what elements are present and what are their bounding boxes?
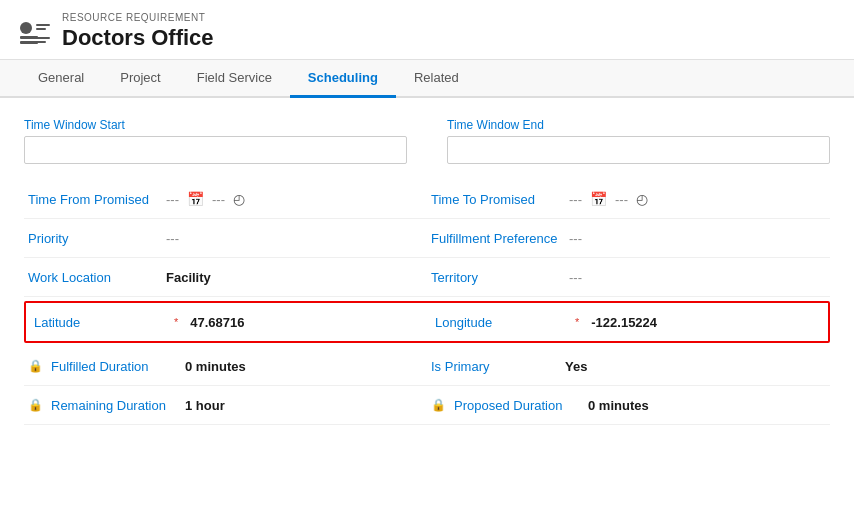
- resource-label: RESOURCE REQUIREMENT: [62, 12, 214, 23]
- priority-row: Priority --- Fulfillment Preference ---: [24, 219, 830, 258]
- svg-rect-4: [36, 28, 46, 30]
- remaining-duration-value: 1 hour: [185, 398, 225, 413]
- time-from-cell: Time From Promised --- 📅 --- ◴: [24, 180, 427, 218]
- priority-label: Priority: [28, 231, 158, 246]
- remaining-lock-icon: 🔒: [28, 398, 43, 412]
- time-window-start-group: Time Window Start: [24, 118, 407, 164]
- time-window-end-group: Time Window End: [447, 118, 830, 164]
- fulfilled-duration-cell: 🔒 Fulfilled Duration 0 minutes: [24, 347, 427, 385]
- territory-cell: Territory ---: [427, 258, 830, 296]
- tab-general[interactable]: General: [20, 60, 102, 98]
- resource-icon: [20, 18, 52, 46]
- proposed-lock-icon: 🔒: [431, 398, 446, 412]
- tab-project[interactable]: Project: [102, 60, 178, 98]
- lat-lng-row: Latitude * 47.68716 Longitude * -122.152…: [24, 301, 830, 343]
- fulfilled-lock-icon: 🔒: [28, 359, 43, 373]
- svg-rect-6: [36, 41, 46, 43]
- work-location-label: Work Location: [28, 270, 158, 285]
- longitude-label: Longitude: [435, 315, 565, 330]
- work-location-cell: Work Location Facility: [24, 258, 427, 296]
- time-to-clock-icon[interactable]: ◴: [636, 191, 648, 207]
- page-title: Doctors Office: [62, 25, 214, 51]
- fulfillment-value: ---: [569, 231, 582, 246]
- longitude-cell: Longitude * -122.15224: [427, 303, 828, 341]
- svg-rect-3: [36, 24, 50, 26]
- svg-rect-1: [20, 36, 38, 39]
- remaining-row: 🔒 Remaining Duration 1 hour 🔒 Proposed D…: [24, 386, 830, 425]
- tab-field-service[interactable]: Field Service: [179, 60, 290, 98]
- is-primary-value: Yes: [565, 359, 587, 374]
- svg-rect-0: [20, 22, 32, 34]
- priority-value: ---: [166, 231, 179, 246]
- time-window-start-input[interactable]: [24, 136, 407, 164]
- remaining-duration-cell: 🔒 Remaining Duration 1 hour: [24, 386, 427, 424]
- time-window-end-label: Time Window End: [447, 118, 830, 132]
- latitude-cell: Latitude * 47.68716: [26, 303, 427, 341]
- tab-related[interactable]: Related: [396, 60, 477, 98]
- work-location-value: Facility: [166, 270, 211, 285]
- bottom-section: 🔒 Fulfilled Duration 0 minutes Is Primar…: [24, 347, 830, 425]
- territory-label: Territory: [431, 270, 561, 285]
- tab-scheduling[interactable]: Scheduling: [290, 60, 396, 98]
- location-row: Work Location Facility Territory ---: [24, 258, 830, 297]
- time-window-start-label: Time Window Start: [24, 118, 407, 132]
- time-from-label: Time From Promised: [28, 192, 158, 207]
- time-window-end-input[interactable]: [447, 136, 830, 164]
- time-from-calendar-icon[interactable]: 📅: [187, 191, 204, 207]
- proposed-duration-cell: 🔒 Proposed Duration 0 minutes: [427, 386, 830, 424]
- time-window-section: Time Window Start Time Window End: [24, 118, 830, 164]
- proposed-duration-label: Proposed Duration: [454, 398, 584, 413]
- proposed-duration-value: 0 minutes: [588, 398, 649, 413]
- time-from-val1: ---: [166, 192, 179, 207]
- fulfillment-label: Fulfillment Preference: [431, 231, 561, 246]
- fulfilled-duration-value: 0 minutes: [185, 359, 246, 374]
- priority-cell: Priority ---: [24, 219, 427, 257]
- time-promised-row: Time From Promised --- 📅 --- ◴ Time To P…: [24, 180, 830, 219]
- time-to-val2: ---: [615, 192, 628, 207]
- svg-rect-2: [20, 41, 38, 44]
- longitude-value: -122.15224: [591, 315, 657, 330]
- is-primary-label: Is Primary: [431, 359, 561, 374]
- time-to-cell: Time To Promised --- 📅 --- ◴: [427, 180, 830, 218]
- territory-value: ---: [569, 270, 582, 285]
- page-header: RESOURCE REQUIREMENT Doctors Office: [0, 0, 854, 60]
- time-from-clock-icon[interactable]: ◴: [233, 191, 245, 207]
- svg-rect-5: [36, 37, 50, 39]
- longitude-required: *: [575, 316, 579, 328]
- time-from-val2: ---: [212, 192, 225, 207]
- fulfillment-cell: Fulfillment Preference ---: [427, 219, 830, 257]
- latitude-label: Latitude: [34, 315, 164, 330]
- scheduling-form: Time From Promised --- 📅 --- ◴ Time To P…: [24, 180, 830, 297]
- remaining-duration-label: Remaining Duration: [51, 398, 181, 413]
- fulfilled-row: 🔒 Fulfilled Duration 0 minutes Is Primar…: [24, 347, 830, 386]
- latitude-required: *: [174, 316, 178, 328]
- tab-bar: General Project Field Service Scheduling…: [0, 60, 854, 98]
- is-primary-cell: Is Primary Yes: [427, 347, 830, 385]
- latitude-value: 47.68716: [190, 315, 244, 330]
- time-to-label: Time To Promised: [431, 192, 561, 207]
- scheduling-content: Time Window Start Time Window End Time F…: [0, 98, 854, 445]
- time-to-calendar-icon[interactable]: 📅: [590, 191, 607, 207]
- fulfilled-duration-label: Fulfilled Duration: [51, 359, 181, 374]
- time-to-val1: ---: [569, 192, 582, 207]
